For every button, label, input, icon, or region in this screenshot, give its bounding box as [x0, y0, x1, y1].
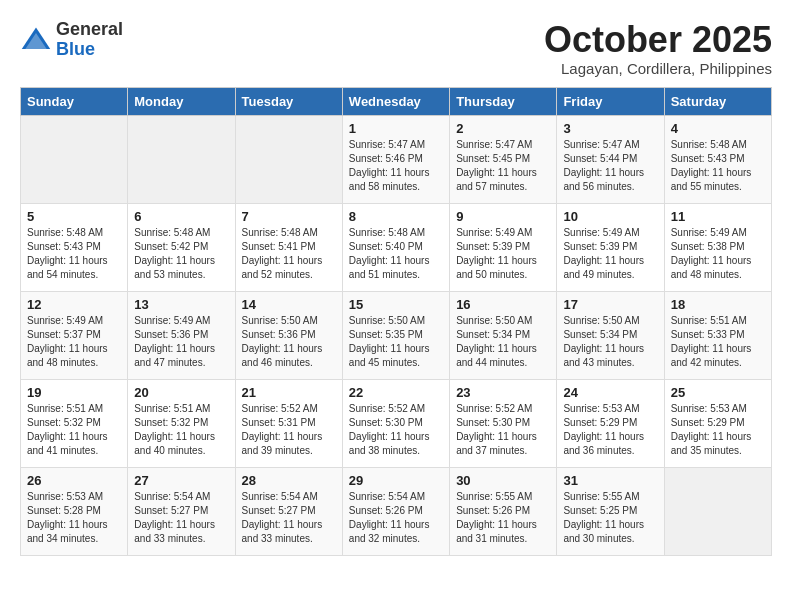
day-number: 2: [456, 121, 550, 136]
calendar-cell: 16Sunrise: 5:50 AM Sunset: 5:34 PM Dayli…: [450, 291, 557, 379]
cell-content: Sunrise: 5:49 AM Sunset: 5:39 PM Dayligh…: [456, 226, 550, 282]
calendar-cell: 26Sunrise: 5:53 AM Sunset: 5:28 PM Dayli…: [21, 467, 128, 555]
column-header-sunday: Sunday: [21, 87, 128, 115]
day-number: 6: [134, 209, 228, 224]
calendar-cell: 22Sunrise: 5:52 AM Sunset: 5:30 PM Dayli…: [342, 379, 449, 467]
calendar-cell: 20Sunrise: 5:51 AM Sunset: 5:32 PM Dayli…: [128, 379, 235, 467]
calendar-cell: 13Sunrise: 5:49 AM Sunset: 5:36 PM Dayli…: [128, 291, 235, 379]
calendar-cell: 28Sunrise: 5:54 AM Sunset: 5:27 PM Dayli…: [235, 467, 342, 555]
calendar-cell: 1Sunrise: 5:47 AM Sunset: 5:46 PM Daylig…: [342, 115, 449, 203]
day-number: 23: [456, 385, 550, 400]
column-header-friday: Friday: [557, 87, 664, 115]
cell-content: Sunrise: 5:54 AM Sunset: 5:27 PM Dayligh…: [242, 490, 336, 546]
calendar-cell: [664, 467, 771, 555]
day-number: 28: [242, 473, 336, 488]
cell-content: Sunrise: 5:55 AM Sunset: 5:26 PM Dayligh…: [456, 490, 550, 546]
cell-content: Sunrise: 5:49 AM Sunset: 5:37 PM Dayligh…: [27, 314, 121, 370]
calendar-cell: 12Sunrise: 5:49 AM Sunset: 5:37 PM Dayli…: [21, 291, 128, 379]
day-number: 18: [671, 297, 765, 312]
calendar-cell: 7Sunrise: 5:48 AM Sunset: 5:41 PM Daylig…: [235, 203, 342, 291]
cell-content: Sunrise: 5:48 AM Sunset: 5:43 PM Dayligh…: [671, 138, 765, 194]
day-number: 7: [242, 209, 336, 224]
cell-content: Sunrise: 5:49 AM Sunset: 5:39 PM Dayligh…: [563, 226, 657, 282]
calendar-cell: 9Sunrise: 5:49 AM Sunset: 5:39 PM Daylig…: [450, 203, 557, 291]
cell-content: Sunrise: 5:51 AM Sunset: 5:32 PM Dayligh…: [134, 402, 228, 458]
calendar-cell: 24Sunrise: 5:53 AM Sunset: 5:29 PM Dayli…: [557, 379, 664, 467]
cell-content: Sunrise: 5:53 AM Sunset: 5:28 PM Dayligh…: [27, 490, 121, 546]
column-header-wednesday: Wednesday: [342, 87, 449, 115]
day-number: 26: [27, 473, 121, 488]
calendar-cell: 14Sunrise: 5:50 AM Sunset: 5:36 PM Dayli…: [235, 291, 342, 379]
calendar-cell: 15Sunrise: 5:50 AM Sunset: 5:35 PM Dayli…: [342, 291, 449, 379]
calendar-cell: [21, 115, 128, 203]
day-number: 14: [242, 297, 336, 312]
calendar-cell: 8Sunrise: 5:48 AM Sunset: 5:40 PM Daylig…: [342, 203, 449, 291]
cell-content: Sunrise: 5:50 AM Sunset: 5:36 PM Dayligh…: [242, 314, 336, 370]
calendar-cell: 10Sunrise: 5:49 AM Sunset: 5:39 PM Dayli…: [557, 203, 664, 291]
day-number: 4: [671, 121, 765, 136]
day-number: 27: [134, 473, 228, 488]
cell-content: Sunrise: 5:48 AM Sunset: 5:43 PM Dayligh…: [27, 226, 121, 282]
calendar-cell: [235, 115, 342, 203]
day-number: 10: [563, 209, 657, 224]
page-header: General Blue October 2025 Lagayan, Cordi…: [20, 20, 772, 77]
title-block: October 2025 Lagayan, Cordillera, Philip…: [544, 20, 772, 77]
day-number: 13: [134, 297, 228, 312]
calendar-cell: 4Sunrise: 5:48 AM Sunset: 5:43 PM Daylig…: [664, 115, 771, 203]
day-number: 25: [671, 385, 765, 400]
cell-content: Sunrise: 5:53 AM Sunset: 5:29 PM Dayligh…: [563, 402, 657, 458]
calendar-cell: 3Sunrise: 5:47 AM Sunset: 5:44 PM Daylig…: [557, 115, 664, 203]
column-header-thursday: Thursday: [450, 87, 557, 115]
day-number: 29: [349, 473, 443, 488]
calendar-cell: 23Sunrise: 5:52 AM Sunset: 5:30 PM Dayli…: [450, 379, 557, 467]
cell-content: Sunrise: 5:52 AM Sunset: 5:30 PM Dayligh…: [349, 402, 443, 458]
day-number: 11: [671, 209, 765, 224]
day-number: 20: [134, 385, 228, 400]
day-number: 9: [456, 209, 550, 224]
cell-content: Sunrise: 5:49 AM Sunset: 5:38 PM Dayligh…: [671, 226, 765, 282]
day-number: 16: [456, 297, 550, 312]
column-header-tuesday: Tuesday: [235, 87, 342, 115]
column-header-monday: Monday: [128, 87, 235, 115]
day-number: 12: [27, 297, 121, 312]
cell-content: Sunrise: 5:51 AM Sunset: 5:33 PM Dayligh…: [671, 314, 765, 370]
cell-content: Sunrise: 5:47 AM Sunset: 5:44 PM Dayligh…: [563, 138, 657, 194]
cell-content: Sunrise: 5:47 AM Sunset: 5:46 PM Dayligh…: [349, 138, 443, 194]
calendar-cell: 21Sunrise: 5:52 AM Sunset: 5:31 PM Dayli…: [235, 379, 342, 467]
cell-content: Sunrise: 5:49 AM Sunset: 5:36 PM Dayligh…: [134, 314, 228, 370]
day-number: 1: [349, 121, 443, 136]
cell-content: Sunrise: 5:47 AM Sunset: 5:45 PM Dayligh…: [456, 138, 550, 194]
logo: General Blue: [20, 20, 123, 60]
calendar-cell: 6Sunrise: 5:48 AM Sunset: 5:42 PM Daylig…: [128, 203, 235, 291]
calendar-table: SundayMondayTuesdayWednesdayThursdayFrid…: [20, 87, 772, 556]
month-title: October 2025: [544, 20, 772, 60]
cell-content: Sunrise: 5:48 AM Sunset: 5:42 PM Dayligh…: [134, 226, 228, 282]
cell-content: Sunrise: 5:53 AM Sunset: 5:29 PM Dayligh…: [671, 402, 765, 458]
day-number: 22: [349, 385, 443, 400]
day-number: 17: [563, 297, 657, 312]
day-number: 24: [563, 385, 657, 400]
day-number: 15: [349, 297, 443, 312]
cell-content: Sunrise: 5:48 AM Sunset: 5:41 PM Dayligh…: [242, 226, 336, 282]
calendar-cell: 27Sunrise: 5:54 AM Sunset: 5:27 PM Dayli…: [128, 467, 235, 555]
logo-text: General Blue: [56, 20, 123, 60]
calendar-cell: [128, 115, 235, 203]
calendar-cell: 29Sunrise: 5:54 AM Sunset: 5:26 PM Dayli…: [342, 467, 449, 555]
cell-content: Sunrise: 5:54 AM Sunset: 5:26 PM Dayligh…: [349, 490, 443, 546]
calendar-cell: 31Sunrise: 5:55 AM Sunset: 5:25 PM Dayli…: [557, 467, 664, 555]
column-header-saturday: Saturday: [664, 87, 771, 115]
calendar-cell: 2Sunrise: 5:47 AM Sunset: 5:45 PM Daylig…: [450, 115, 557, 203]
cell-content: Sunrise: 5:52 AM Sunset: 5:30 PM Dayligh…: [456, 402, 550, 458]
cell-content: Sunrise: 5:50 AM Sunset: 5:35 PM Dayligh…: [349, 314, 443, 370]
cell-content: Sunrise: 5:50 AM Sunset: 5:34 PM Dayligh…: [456, 314, 550, 370]
day-number: 31: [563, 473, 657, 488]
day-number: 3: [563, 121, 657, 136]
calendar-cell: 17Sunrise: 5:50 AM Sunset: 5:34 PM Dayli…: [557, 291, 664, 379]
day-number: 19: [27, 385, 121, 400]
calendar-cell: 5Sunrise: 5:48 AM Sunset: 5:43 PM Daylig…: [21, 203, 128, 291]
cell-content: Sunrise: 5:52 AM Sunset: 5:31 PM Dayligh…: [242, 402, 336, 458]
cell-content: Sunrise: 5:50 AM Sunset: 5:34 PM Dayligh…: [563, 314, 657, 370]
day-number: 30: [456, 473, 550, 488]
calendar-cell: 19Sunrise: 5:51 AM Sunset: 5:32 PM Dayli…: [21, 379, 128, 467]
day-number: 21: [242, 385, 336, 400]
